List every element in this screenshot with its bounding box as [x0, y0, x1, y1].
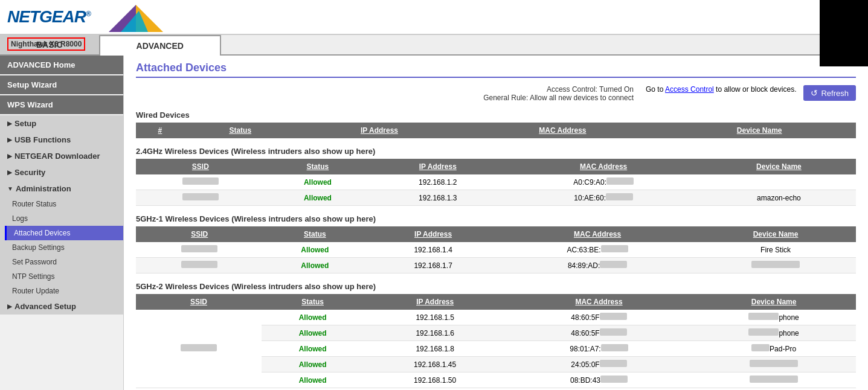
sidebar-group-setup: ▶ Setup: [0, 115, 123, 132]
ip-cell: 192.168.1.4: [367, 242, 500, 258]
table-row: Allowed 192.168.1.4 AC:63:BE: Fire Stick: [136, 242, 856, 258]
setup-arrow: ▶: [7, 120, 12, 127]
w5g1-col-mac: MAC Address: [500, 226, 695, 242]
name-blur: [751, 261, 800, 268]
status-cell: Allowed: [265, 190, 370, 206]
wireless-5g2-table: SSID Status IP Address MAC Address Devic…: [136, 294, 856, 388]
name-cell: phone: [692, 325, 856, 341]
advanced-setup-arrow: ▶: [7, 303, 12, 310]
mac-blur: [601, 344, 628, 351]
w5g1-col-ssid: SSID: [136, 226, 263, 242]
mac-blur: [600, 328, 627, 336]
tab-advanced[interactable]: ADVANCED: [99, 35, 221, 56]
name-blur: [751, 344, 770, 351]
sidebar-group-downloader: ▶ NETGEAR Downloader: [0, 148, 123, 164]
tab-bar: BASIC ADVANCED: [0, 35, 868, 56]
mac-blur: [600, 313, 627, 320]
mac-blur: [601, 245, 628, 252]
w24-col-mac: MAC Address: [505, 159, 701, 174]
mac-cell: 24:05:0F: [506, 357, 692, 372]
access-prefix: Go to: [646, 85, 665, 94]
sidebar-item-ntp-settings[interactable]: NTP Settings: [5, 269, 123, 284]
access-control-text: Go to Access Control to allow or block d…: [646, 85, 796, 94]
name-cell: amazon-echo: [702, 190, 856, 206]
mac-blur: [600, 261, 627, 268]
table-row: Allowed 192.168.1.5 48:60:5F phone: [136, 310, 856, 325]
ssid-blur: [181, 261, 217, 268]
mac-cell: AC:63:BE:: [500, 242, 695, 258]
sidebar-item-backup-settings[interactable]: Backup Settings: [5, 240, 123, 255]
ip-cell: 192.168.1.7: [367, 258, 500, 273]
w24-col-ip: IP Address: [370, 159, 505, 174]
wired-section-title: Wired Devices: [136, 110, 856, 120]
sidebar-item-logs[interactable]: Logs: [5, 211, 123, 226]
w24-col-name: Device Name: [702, 159, 856, 174]
general-rule: General Rule: Allow all new devices to c…: [483, 94, 634, 102]
wireless-24-tbody: Allowed 192.168.1.2 A0:C9:A0: Allowed 19…: [136, 174, 856, 206]
mac-cell: 08:BD:43: [506, 372, 692, 388]
wireless-24-section-title: 2.4GHz Wireless Devices (Wireless intrud…: [136, 147, 856, 156]
sidebar-item-router-update[interactable]: Router Update: [5, 284, 123, 298]
status-allowed: Allowed: [304, 178, 332, 187]
sidebar-group-admin-header[interactable]: ▼ Administration: [0, 181, 123, 197]
ssid-blur: [182, 177, 219, 185]
wireless-5g1-table: SSID Status IP Address MAC Address Devic…: [136, 226, 856, 273]
status-allowed: Allowed: [301, 261, 329, 270]
mac-cell: 48:60:5F: [506, 325, 692, 341]
refresh-button[interactable]: ↺ Refresh: [803, 85, 856, 101]
wireless-5g1-section-title: 5GHz-1 Wireless Devices (Wireless intrud…: [136, 214, 856, 223]
status-cell: Allowed: [265, 174, 370, 190]
w5g1-col-name: Device Name: [695, 226, 856, 242]
access-suffix: to allow or block devices.: [714, 85, 797, 94]
w5g2-col-ip: IP Address: [364, 294, 506, 310]
status-allowed: Allowed: [304, 194, 332, 202]
sidebar-item-router-status[interactable]: Router Status: [5, 197, 123, 211]
admin-arrow: ▼: [7, 185, 13, 192]
table-row: Allowed 192.168.1.7 84:89:AD:: [136, 258, 856, 273]
logo-triangle: [109, 5, 157, 29]
header: NETGEAR® Nighthawk X6 R8000: [0, 0, 868, 35]
mac-cell: A0:C9:A0:: [505, 174, 701, 190]
mac-cell: 98:01:A7:: [506, 341, 692, 357]
w5g2-col-status: Status: [262, 294, 364, 310]
ssid-blur: [181, 344, 217, 351]
table-row: Allowed 192.168.1.2 A0:C9:A0:: [136, 174, 856, 190]
sidebar-group-advanced-setup-header[interactable]: ▶ Advanced Setup: [0, 298, 123, 315]
name-cell: Fire Stick: [695, 242, 856, 258]
sidebar-item-set-password[interactable]: Set Password: [5, 255, 123, 269]
refresh-icon: ↺: [811, 88, 818, 98]
sidebar-group-security-header[interactable]: ▶ Security: [0, 164, 123, 181]
w5g2-col-name: Device Name: [692, 294, 856, 310]
sidebar-item-wps-wizard[interactable]: WPS Wizard: [0, 95, 123, 114]
wired-col-num: #: [136, 123, 184, 138]
sidebar-item-attached-devices[interactable]: Attached Devices: [5, 226, 123, 240]
mac-cell: 84:89:AD:: [500, 258, 695, 273]
name-blur: [750, 376, 798, 383]
usb-label: USB Functions: [14, 135, 71, 144]
sidebar-item-setup-wizard[interactable]: Setup Wizard: [0, 75, 123, 94]
ssid-cell: [136, 310, 262, 388]
name-blur: [748, 328, 779, 336]
ssid-cell: [136, 190, 265, 206]
sidebar-item-advanced-home[interactable]: ADVANCED Home: [0, 56, 123, 74]
sidebar-group-usb-header[interactable]: ▶ USB Functions: [0, 132, 123, 148]
access-control-link[interactable]: Access Control: [665, 85, 714, 94]
access-bar: Access Control: Turned On General Rule: …: [136, 85, 856, 102]
access-info: Access Control: Turned On General Rule: …: [483, 85, 634, 102]
mac-cell: 10:AE:60:: [505, 190, 701, 206]
sidebar-group-downloader-header[interactable]: ▶ NETGEAR Downloader: [0, 148, 123, 164]
name-cell: [702, 174, 856, 190]
device-name: Nighthawk X6 R8000: [7, 37, 85, 51]
wired-col-name: Device Name: [663, 123, 856, 138]
wired-col-ip: IP Address: [297, 123, 463, 138]
name-cell: [695, 258, 856, 273]
sidebar-group-advanced-setup: ▶ Advanced Setup: [0, 298, 123, 315]
ssid-blur: [181, 245, 217, 252]
sidebar-group-setup-header[interactable]: ▶ Setup: [0, 115, 123, 132]
mac-blur: [606, 177, 634, 185]
mac-cell: 48:60:5F: [506, 310, 692, 325]
admin-label: Administration: [16, 184, 71, 193]
ip-cell: 192.168.1.5: [364, 310, 506, 325]
status-allowed: Allowed: [301, 246, 329, 254]
mac-blur: [600, 376, 628, 383]
